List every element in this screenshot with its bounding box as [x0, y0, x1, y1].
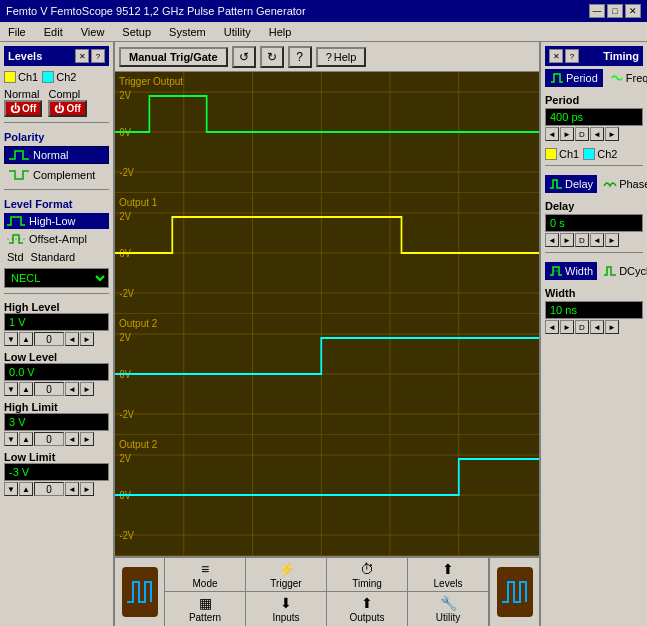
- undo-button[interactable]: ↺: [232, 46, 256, 68]
- scope-channel-output2a-label: Output 2: [119, 318, 157, 329]
- question-button[interactable]: ?: [288, 46, 312, 68]
- trig-gate-button[interactable]: Manual Trig/Gate: [119, 47, 228, 67]
- low-level-down-btn[interactable]: ▼: [4, 382, 18, 396]
- minimize-button[interactable]: —: [589, 4, 605, 18]
- menu-system[interactable]: System: [165, 26, 210, 38]
- low-limit-down-btn[interactable]: ▼: [4, 482, 18, 496]
- low-level-dec-btn[interactable]: ►: [80, 382, 94, 396]
- high-level-down-btn[interactable]: ▼: [4, 332, 18, 346]
- width-up-btn[interactable]: ►: [560, 320, 574, 334]
- left-close-icon[interactable]: ✕: [75, 49, 89, 63]
- menu-edit[interactable]: Edit: [40, 26, 67, 38]
- inputs-button[interactable]: ⬇ Inputs: [246, 592, 327, 626]
- svg-text:-2V: -2V: [120, 529, 135, 541]
- right-ch1-color: [545, 148, 557, 160]
- high-limit-inc-btn[interactable]: ◄: [65, 432, 79, 446]
- period-up-btn[interactable]: ►: [560, 127, 574, 141]
- period-section: Period 400 ps ◄ ► D ◄ ►: [545, 94, 643, 141]
- delay-tab-button[interactable]: Delay: [545, 175, 597, 193]
- high-limit-dec-btn[interactable]: ►: [80, 432, 94, 446]
- width-prev-btn[interactable]: ◄: [590, 320, 604, 334]
- width-dcycle-row: Width DCycle: [545, 262, 643, 280]
- low-limit-label: Low Limit: [4, 451, 109, 463]
- low-limit-up-btn[interactable]: ▲: [19, 482, 33, 496]
- width-d-btn[interactable]: D: [575, 320, 589, 334]
- width-tab-button[interactable]: Width: [545, 262, 597, 280]
- bottom-right-decoration: [497, 567, 533, 617]
- right-ch1-label: Ch1: [545, 148, 579, 160]
- low-level-label: Low Level: [4, 351, 109, 363]
- menu-file[interactable]: File: [4, 26, 30, 38]
- high-low-button[interactable]: High-Low: [4, 213, 109, 229]
- window-controls: — □ ✕: [589, 4, 641, 18]
- width-value-box: 10 ns: [545, 301, 643, 319]
- normal-polarity-button[interactable]: Normal: [4, 146, 109, 164]
- levels-icon: ⬆: [442, 561, 454, 577]
- separator2: [4, 189, 109, 190]
- close-button[interactable]: ✕: [625, 4, 641, 18]
- low-level-up-btn[interactable]: ▲: [19, 382, 33, 396]
- mode-icon: ≡: [201, 561, 209, 577]
- width-down-btn[interactable]: ◄: [545, 320, 559, 334]
- restore-button[interactable]: □: [607, 4, 623, 18]
- complement-polarity-button[interactable]: Complement: [4, 166, 109, 184]
- high-level-up-btn[interactable]: ▲: [19, 332, 33, 346]
- high-level-inc-btn[interactable]: ◄: [65, 332, 79, 346]
- menu-utility[interactable]: Utility: [220, 26, 255, 38]
- period-tab-button[interactable]: Period: [545, 69, 603, 87]
- outputs-label: Outputs: [349, 612, 384, 623]
- necl-dropdown[interactable]: NECL PECL TTL LVDS: [4, 268, 109, 288]
- delay-up-btn[interactable]: ►: [560, 233, 574, 247]
- delay-next-btn[interactable]: ►: [605, 233, 619, 247]
- low-level-inc-btn[interactable]: ◄: [65, 382, 79, 396]
- delay-prev-btn[interactable]: ◄: [590, 233, 604, 247]
- bottom-nav-row1: ≡ Mode ⚡ Trigger ⏱ Timing ⬆ Levels: [165, 558, 489, 592]
- frequency-tab-button[interactable]: Frequency: [605, 69, 647, 87]
- title-bar: Femto V FemtoScope 9512 1,2 GHz Pulse Pa…: [0, 0, 647, 22]
- offset-ampl-button[interactable]: Offset-Ampl: [4, 231, 109, 247]
- width-next-btn[interactable]: ►: [605, 320, 619, 334]
- help-button[interactable]: ? Help: [316, 47, 367, 67]
- low-limit-dec-btn[interactable]: ►: [80, 482, 94, 496]
- dcycle-tab-button[interactable]: DCycle: [599, 262, 647, 280]
- mode-button[interactable]: ≡ Mode: [165, 558, 246, 591]
- high-limit-up-btn[interactable]: ▲: [19, 432, 33, 446]
- ch2-label: Ch2: [42, 71, 76, 83]
- delay-section: Delay 0 s ◄ ► D ◄ ►: [545, 200, 643, 247]
- levels-button[interactable]: ⬆ Levels: [408, 558, 489, 591]
- standard-button[interactable]: Std Standard: [4, 249, 109, 265]
- compl-off-button[interactable]: ⏻ Off: [48, 100, 86, 117]
- utility-button[interactable]: 🔧 Utility: [408, 592, 489, 626]
- timing-button[interactable]: ⏱ Timing: [327, 558, 408, 591]
- menu-help[interactable]: Help: [265, 26, 296, 38]
- period-next-btn[interactable]: ►: [605, 127, 619, 141]
- trigger-icon: ⚡: [278, 561, 295, 577]
- low-limit-value: -3 V: [4, 463, 109, 481]
- right-help-icon[interactable]: ?: [565, 49, 579, 63]
- redo-button[interactable]: ↻: [260, 46, 284, 68]
- menu-setup[interactable]: Setup: [118, 26, 155, 38]
- width-controls: ◄ ► D ◄ ►: [545, 320, 643, 334]
- low-limit-inc-btn[interactable]: ◄: [65, 482, 79, 496]
- trigger-button[interactable]: ⚡ Trigger: [246, 558, 327, 591]
- period-d-btn[interactable]: D: [575, 127, 589, 141]
- high-level-dec-btn[interactable]: ►: [80, 332, 94, 346]
- pattern-label: Pattern: [189, 612, 221, 623]
- utility-icon: 🔧: [440, 595, 457, 611]
- low-limit-controls: ▼ ▲ 0 ◄ ►: [4, 482, 109, 496]
- phase-tab-button[interactable]: Phase: [599, 175, 647, 193]
- outputs-button[interactable]: ⬆ Outputs: [327, 592, 408, 626]
- normal-off-button[interactable]: ⏻ Off: [4, 100, 42, 117]
- toolbar: Manual Trig/Gate ↺ ↻ ? ? Help: [115, 42, 539, 72]
- pattern-button[interactable]: ▦ Pattern: [165, 592, 246, 626]
- delay-d-btn[interactable]: D: [575, 233, 589, 247]
- period-down-btn[interactable]: ◄: [545, 127, 559, 141]
- left-help-icon[interactable]: ?: [91, 49, 105, 63]
- right-close-icon[interactable]: ✕: [549, 49, 563, 63]
- high-limit-down-btn[interactable]: ▼: [4, 432, 18, 446]
- high-limit-controls: ▼ ▲ 0 ◄ ►: [4, 432, 109, 446]
- menu-view[interactable]: View: [77, 26, 109, 38]
- delay-down-btn[interactable]: ◄: [545, 233, 559, 247]
- period-section-label: Period: [545, 94, 643, 106]
- period-prev-btn[interactable]: ◄: [590, 127, 604, 141]
